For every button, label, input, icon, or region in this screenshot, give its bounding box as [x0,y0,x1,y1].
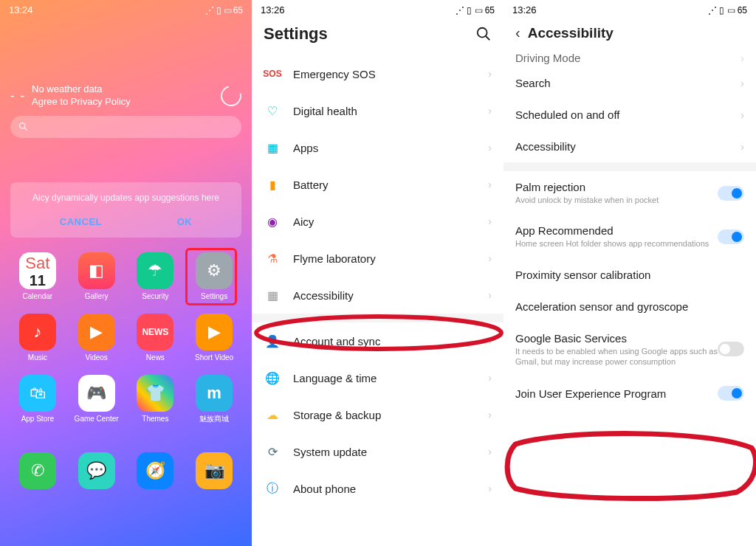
chevron-right-icon: › [488,179,492,190]
back-button[interactable]: ‹ [515,24,520,41]
chevron-right-icon: › [488,446,492,457]
camera-icon: 📷 [196,452,233,489]
svg-line-3 [486,36,490,41]
dock-browser[interactable]: 🧭 [128,452,183,489]
chevron-right-icon: › [740,77,744,89]
chevron-right-icon: › [488,289,492,301]
temp-placeholder: - - [10,89,26,103]
home-screen: 13:24 ⋰ ▯ ▭ 65 - - No weather data Agree… [0,0,252,546]
messages-icon: 💬 [78,452,115,489]
row-accessibility-sub[interactable]: Accessibility› [504,131,756,162]
video-icon: ▶ [78,314,115,350]
row-language-time[interactable]: 🌐Language & time› [252,359,504,396]
app-meizu-store[interactable]: m魅族商城 [187,375,241,423]
app-grid: Sat11 Calendar ◧ Gallery ☂ Security ⚙ Se… [10,252,241,423]
row-flyme-lab[interactable]: ⚗Flyme laboratory› [252,240,504,277]
row-search[interactable]: Search› [504,67,756,99]
app-gamecenter[interactable]: 🎮Game Center [69,375,124,423]
divider [252,314,504,322]
svg-point-2 [478,28,487,38]
dock-camera[interactable]: 📷 [187,452,241,489]
app-security[interactable]: ☂ Security [128,252,183,300]
chevron-right-icon: › [488,335,492,347]
row-accessibility[interactable]: ▦Accessibility› [252,277,504,314]
chevron-right-icon: › [488,142,492,153]
page-title: Settings [264,24,475,44]
search-icon[interactable] [475,26,492,42]
accessibility-list: Driving Mode› Search› Scheduled on and o… [504,49,756,410]
row-account-sync[interactable]: 👤Account and sync› [252,322,504,359]
music-icon: ♪ [19,314,56,350]
update-icon: ⟳ [264,443,281,460]
app-themes[interactable]: 👕Themes [128,375,183,423]
row-acceleration-gyro[interactable]: Acceleration sensor and gyroscope [504,291,756,322]
clock: 13:26 [261,4,285,15]
page-title: Accessibility [528,25,744,41]
app-videos[interactable]: ▶Videos [69,314,124,362]
toggle-app-recommended[interactable] [718,229,744,244]
dock-phone[interactable]: ✆ [10,452,65,489]
sos-icon: SOS [264,65,281,83]
chevron-right-icon: › [488,215,492,227]
divider [504,162,756,171]
status-bar: 13:26 ⋰ ▯ ▭ 65 [504,0,756,17]
status-bar: 13:24 ⋰ ▯ ▭ 65 [0,0,252,17]
row-app-recommended[interactable]: App RecommendedHome screen Hot folder sh… [504,215,756,258]
ok-button[interactable]: OK [177,216,193,227]
row-palm-rejection[interactable]: Palm rejectionAvoid unlock by mistake wh… [504,171,756,215]
calendar-icon: Sat11 [19,252,56,289]
storage-icon: ☁ [264,406,281,424]
browser-icon: 🧭 [137,452,173,489]
app-shortvideo[interactable]: ▶Short Video [187,314,241,362]
toggle-google-services[interactable] [718,342,744,356]
row-about-phone[interactable]: ⓘAbout phone› [252,470,504,507]
page-header: ‹ Accessibility [504,17,756,49]
weather-widget[interactable]: - - No weather data Agree to Privacy Pol… [10,83,241,108]
game-icon: 🎮 [78,375,115,412]
chevron-right-icon: › [740,109,744,121]
app-settings[interactable]: ⚙ Settings [187,252,241,300]
page-header: Settings [252,17,504,51]
grid-icon: ▦ [264,286,281,304]
flask-icon: ⚗ [264,249,281,267]
chevron-right-icon: › [488,68,492,80]
row-emergency-sos[interactable]: SOSEmergency SOS› [252,55,504,92]
row-aicy[interactable]: ◉Aicy› [252,203,504,240]
battery-icon: ▮ [264,176,281,193]
row-driving-mode[interactable]: Driving Mode› [504,49,756,67]
search-input[interactable] [10,116,241,138]
row-battery[interactable]: ▮Battery› [252,166,504,203]
chevron-right-icon: › [488,483,492,494]
meizu-icon: m [196,375,233,412]
dock: ✆ 💬 🧭 📷 [10,452,241,489]
row-system-update[interactable]: ⟳System update› [252,433,504,470]
chevron-right-icon: › [488,105,492,117]
wifi-icon: ⋰ [205,5,214,15]
app-store[interactable]: 🛍App Store [10,375,65,423]
dock-messages[interactable]: 💬 [69,452,124,489]
row-storage-backup[interactable]: ☁Storage & backup› [252,396,504,433]
app-news[interactable]: NEWSNews [128,314,183,362]
phone-icon: ✆ [19,452,56,489]
toggle-user-experience[interactable] [718,386,744,401]
toggle-palm-rejection[interactable] [718,186,744,201]
news-icon: NEWS [137,314,173,350]
row-scheduled[interactable]: Scheduled on and off› [504,99,756,131]
row-apps[interactable]: ▦Apps› [252,129,504,166]
row-digital-health[interactable]: ♡Digital health› [252,92,504,129]
accessibility-screen: 13:26 ⋰ ▯ ▭ 65 ‹ Accessibility Driving M… [504,0,756,546]
gear-icon: ⚙ [196,252,233,289]
security-icon: ☂ [137,252,173,289]
info-icon: ⓘ [264,480,281,497]
status-icons: ⋰ ▯ ▭ 65 [205,5,243,15]
row-google-basic-services[interactable]: Google Basic ServicesIt needs to be enab… [504,322,756,377]
clock: 13:24 [9,4,33,15]
app-gallery[interactable]: ◧ Gallery [69,252,124,300]
chevron-right-icon: › [740,52,744,64]
row-proximity-calibration[interactable]: Proximity sensor calibration [504,259,756,291]
refresh-icon[interactable] [217,82,245,110]
app-calendar[interactable]: Sat11 Calendar [10,252,65,300]
cancel-button[interactable]: CANCEL [60,216,102,227]
row-user-experience[interactable]: Join User Experience Program [504,376,756,410]
app-music[interactable]: ♪Music [10,314,65,362]
